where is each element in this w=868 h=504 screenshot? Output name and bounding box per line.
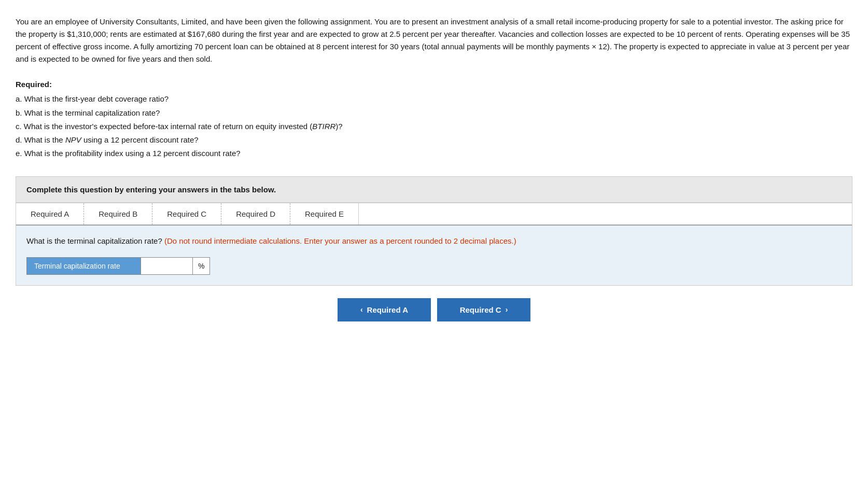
intro-paragraph: You are an employee of University Consul… (16, 16, 852, 65)
next-chevron: › (506, 305, 508, 314)
required-item-a: a. What is the first-year debt coverage … (16, 92, 852, 106)
complete-instruction-text: Complete this question by entering your … (26, 185, 276, 194)
complete-instruction-box: Complete this question by entering your … (16, 176, 852, 203)
tab-content-required-b: What is the terminal capitalization rate… (16, 226, 852, 285)
prev-chevron: ‹ (360, 305, 363, 314)
question-note: (Do not round intermediate calculations.… (164, 236, 516, 245)
terminal-cap-rate-input[interactable] (141, 258, 193, 274)
required-item-c: c. What is the investor's expected befor… (16, 120, 852, 133)
answer-row: Terminal capitalization rate % (26, 257, 210, 275)
tabs-row: Required A Required B Required C Require… (16, 203, 852, 226)
prev-button-label: Required A (367, 305, 408, 314)
nav-buttons: ‹ Required A Required C › (16, 298, 852, 327)
percent-sign: % (193, 258, 209, 274)
tabs-container: Required A Required B Required C Require… (16, 203, 852, 286)
required-item-b: b. What is the terminal capitalization r… (16, 106, 852, 120)
question-text: What is the terminal capitalization rate… (26, 235, 842, 247)
tab-required-a[interactable]: Required A (16, 203, 84, 225)
prev-button[interactable]: ‹ Required A (338, 298, 431, 321)
tab-required-d[interactable]: Required D (221, 203, 290, 225)
required-section: Required: a. What is the first-year debt… (16, 78, 852, 161)
required-item-d: d. What is the NPV using a 12 percent di… (16, 133, 852, 147)
next-button[interactable]: Required C › (437, 298, 530, 321)
required-label: Required: (16, 78, 852, 91)
tab-required-b[interactable]: Required B (84, 203, 152, 225)
question-prefix: What is the terminal capitalization rate… (26, 236, 162, 245)
answer-label: Terminal capitalization rate (27, 258, 141, 274)
required-item-e: e. What is the profitability index using… (16, 147, 852, 160)
tab-required-e[interactable]: Required E (290, 203, 359, 225)
next-button-label: Required C (460, 305, 501, 314)
tab-required-c[interactable]: Required C (152, 203, 221, 225)
